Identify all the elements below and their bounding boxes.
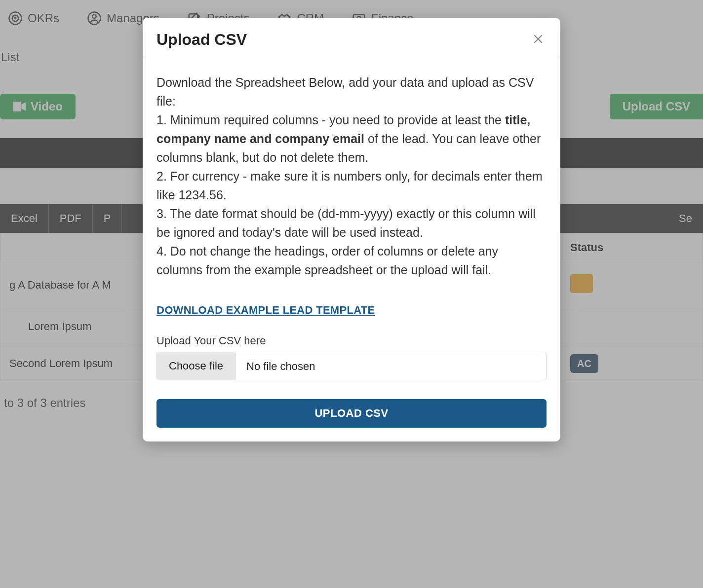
modal-body: Download the Spreadsheet Below, add your…: [143, 58, 560, 441]
file-input-row: Choose file No file chosen: [156, 352, 547, 380]
modal-overlay[interactable]: Upload CSV Download the Spreadsheet Belo…: [0, 0, 703, 588]
modal-rule-1: 1. Minimum required columns - you need t…: [156, 110, 547, 167]
modal-header: Upload CSV: [143, 18, 560, 58]
close-button[interactable]: [530, 32, 547, 48]
modal-rule-4: 4. Do not change the headings, order of …: [156, 242, 547, 279]
upload-csv-modal: Upload CSV Download the Spreadsheet Belo…: [143, 18, 560, 441]
modal-title: Upload CSV: [156, 31, 247, 49]
upload-label: Upload Your CSV here: [156, 332, 547, 349]
modal-rule-2: 2. For currency - make sure it is number…: [156, 167, 547, 204]
file-status: No file chosen: [235, 352, 546, 380]
modal-rule-3: 3. The date format should be (dd-mm-yyyy…: [156, 204, 547, 242]
modal-intro: Download the Spreadsheet Below, add your…: [156, 73, 547, 110]
download-template-link[interactable]: DOWNLOAD EXAMPLE LEAD TEMPLATE: [156, 302, 375, 318]
rule1-prefix: 1. Minimum required columns - you need t…: [156, 113, 505, 127]
choose-file-button[interactable]: Choose file: [157, 352, 235, 380]
upload-csv-submit-button[interactable]: UPLOAD CSV: [156, 399, 547, 428]
close-icon: [532, 33, 544, 45]
